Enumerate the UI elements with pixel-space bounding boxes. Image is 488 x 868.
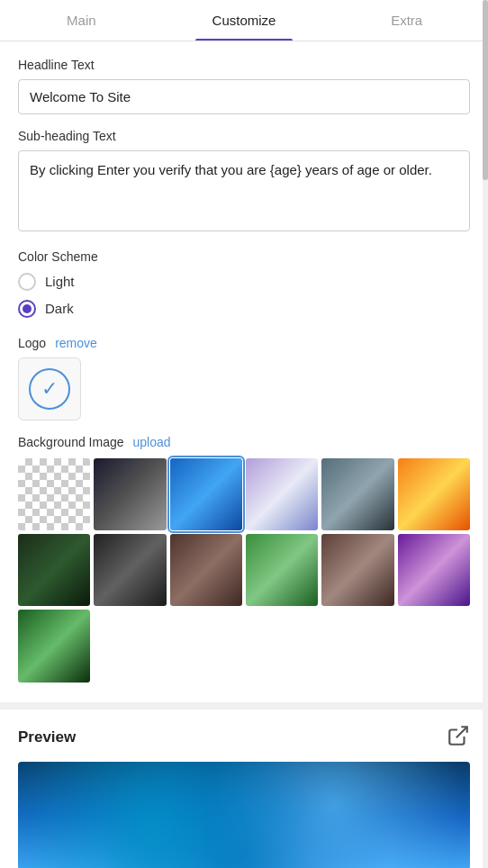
scrollbar-track[interactable] (483, 0, 488, 868)
logo-remove-link[interactable]: remove (55, 336, 97, 350)
preview-title: Preview (18, 728, 76, 746)
headline-label: Headline Text (18, 58, 470, 72)
image-grid-row2 (18, 534, 470, 606)
background-image-label: Background Image (18, 435, 124, 449)
upload-link[interactable]: upload (133, 435, 171, 449)
thumb-dark-smoke[interactable] (94, 534, 166, 606)
thumb-wine-glass[interactable] (321, 534, 393, 606)
subheading-input[interactable] (18, 150, 470, 231)
logo-preview: ✓ (18, 357, 81, 420)
thumb-tunnel[interactable] (94, 458, 166, 530)
background-image-header: Background Image upload (18, 435, 470, 449)
svg-line-0 (456, 727, 467, 737)
thumb-blue[interactable] (170, 458, 242, 530)
radio-inner-dark (23, 304, 32, 313)
thumb-vineyard[interactable] (246, 534, 318, 606)
section-divider (0, 702, 488, 710)
thumb-dark-plant[interactable] (18, 534, 90, 606)
logo-icon: ✓ (29, 368, 70, 410)
customize-content: Headline Text Sub-heading Text Color Sch… (0, 41, 488, 702)
thumb-smoke[interactable] (321, 458, 393, 530)
radio-light[interactable]: Light (18, 273, 470, 291)
radio-circle-dark[interactable] (18, 300, 36, 318)
preview-image-inner (18, 762, 470, 868)
image-grid-row1 (18, 458, 470, 530)
color-scheme-label: Color Scheme (18, 249, 470, 264)
tab-main[interactable]: Main (0, 0, 163, 41)
logo-section: Logo remove ✓ (18, 336, 470, 420)
color-scheme-group: Light Dark (18, 273, 470, 318)
tab-extra[interactable]: Extra (325, 0, 488, 41)
external-link-button[interactable] (447, 724, 470, 751)
radio-label-dark: Dark (45, 301, 74, 316)
headline-input[interactable] (18, 79, 470, 114)
thumb-purple-mist[interactable] (246, 458, 318, 530)
preview-header: Preview (18, 724, 470, 751)
logo-header: Logo remove (18, 336, 470, 350)
radio-label-light: Light (45, 274, 75, 289)
radio-dark[interactable]: Dark (18, 300, 470, 318)
radio-circle-light[interactable] (18, 273, 36, 291)
thumb-checker[interactable] (18, 458, 90, 530)
checkmark-icon: ✓ (41, 377, 58, 401)
image-grid-row3 (18, 610, 470, 682)
preview-image (18, 762, 470, 868)
logo-label: Logo (18, 336, 46, 350)
preview-section: Preview (0, 710, 488, 868)
thumb-bottles[interactable] (170, 534, 242, 606)
thumb-sunset[interactable] (398, 458, 470, 530)
tabs-bar: Main Customize Extra (0, 0, 488, 41)
thumb-purple-flower[interactable] (398, 534, 470, 606)
subheading-label: Sub-heading Text (18, 129, 470, 143)
tab-customize[interactable]: Customize (163, 0, 326, 41)
scrollbar-thumb[interactable] (483, 0, 488, 180)
thumb-cannabis[interactable] (18, 610, 90, 682)
